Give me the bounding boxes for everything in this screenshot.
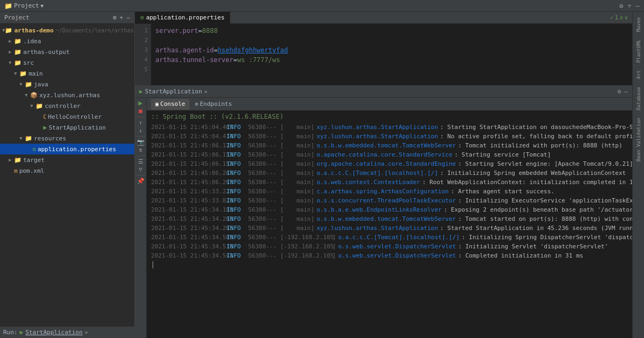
log-line-12: 2021-01-15 21:45:34.265 INFO 56380 --- [… bbox=[147, 224, 632, 233]
console-icon: ▣ bbox=[155, 101, 159, 107]
log-line-3: 2021-01-15 21:45:06.126 INFO 56380 --- [… bbox=[147, 141, 632, 150]
tree-item-package[interactable]: ▼ 📦 xyz.lushun.arthas bbox=[0, 90, 134, 100]
run-close-icon[interactable]: ✕ bbox=[85, 329, 88, 335]
start-app-icon: ▶ bbox=[43, 124, 47, 131]
log-line-4: 2021-01-15 21:45:06.152 INFO 56380 --- [… bbox=[147, 150, 632, 159]
sidebar: Project ⚙ ÷ — ▼ 📁 arthas-demo ~/Document… bbox=[0, 12, 135, 338]
maven-icon[interactable]: Maven bbox=[634, 14, 643, 35]
tree-item-start-application[interactable]: ▶ StartApplication bbox=[0, 122, 134, 133]
tree-item-java[interactable]: ▼ 📁 java bbox=[0, 79, 134, 90]
log-sep: --- [ bbox=[266, 123, 284, 132]
project-minimize-icon[interactable]: — bbox=[126, 14, 130, 21]
editor-text-area[interactable]: server.port=8888 arthas.agent-id=hsehdsf… bbox=[151, 24, 632, 85]
res-arrow: ▼ bbox=[19, 136, 25, 141]
tree-item-resources[interactable]: ▼ 📁 resources bbox=[0, 133, 134, 144]
console-tab-endpoints[interactable]: ⊕ Endpoints bbox=[190, 99, 236, 110]
java-arrow: ▼ bbox=[19, 82, 25, 87]
pin-btn[interactable]: 📌 bbox=[137, 178, 145, 184]
props-label: application.properties bbox=[38, 146, 117, 153]
line-num: 1 bbox=[615, 15, 618, 21]
run-section: ▶ StartApplication ✕ ⚙ — ▶ ■ ↑ bbox=[135, 86, 632, 338]
pkg-folder-icon: 📦 bbox=[30, 92, 38, 99]
console-body: ▶ ■ ↑ ↓ 📷 ⇅ ☰ ▽ 📌 bbox=[135, 98, 632, 338]
res-label: resources bbox=[34, 135, 66, 142]
log-pid: 56380 bbox=[248, 123, 266, 132]
filter-btn[interactable]: ▽ bbox=[139, 166, 142, 172]
top-bar: 📁 Project ▼ ⚙ ÷ — bbox=[0, 0, 644, 12]
tree-item-src[interactable]: ▼ 📁 src bbox=[0, 57, 134, 68]
tree-item-application-properties[interactable]: ⚙ application.properties bbox=[0, 144, 134, 154]
target-folder-icon: 📁 bbox=[14, 157, 22, 164]
root-path: ~/Documents/learn/arthas-demo bbox=[56, 28, 134, 33]
down-arrow[interactable]: ∨ bbox=[625, 15, 628, 21]
log-line-14: 2021-01-15 21:45:34.510 INFO 56380 --- [… bbox=[147, 242, 632, 251]
run-dash-icon[interactable]: — bbox=[624, 88, 628, 95]
project-gear-icon[interactable]: ⚙ bbox=[113, 14, 117, 21]
sort-btn[interactable]: ⇅ bbox=[139, 147, 142, 153]
output-folder-icon: 📁 bbox=[14, 49, 22, 56]
log-line-13: 2021-01-15 21:45:34.509 INFO 56380 --- [… bbox=[147, 233, 632, 242]
hello-ctrl-label: HelloController bbox=[48, 113, 101, 120]
tree-item-root[interactable]: ▼ 📁 arthas-demo ~/Documents/learn/arthas… bbox=[0, 25, 134, 36]
plantuml-icon[interactable]: PlantUML bbox=[634, 36, 643, 66]
tree-item-arthas-output[interactable]: ▶ 📁 arthas-output bbox=[0, 46, 134, 57]
run-label: Run: bbox=[3, 329, 18, 336]
endpoints-tab-label: Endpoints bbox=[200, 100, 232, 107]
file-tree: ▼ 📁 arthas-demo ~/Documents/learn/arthas… bbox=[0, 24, 134, 326]
console-tab-console[interactable]: ▣ Console bbox=[151, 99, 189, 110]
project-header-label: Project bbox=[4, 14, 29, 21]
run-section-right-icons: ⚙ — bbox=[618, 88, 628, 95]
pom-icon: m bbox=[14, 167, 18, 174]
output-label: arthas-output bbox=[23, 49, 70, 56]
tab-props-icon: ⚙ bbox=[140, 14, 144, 21]
log-level: INFO bbox=[227, 123, 248, 132]
layout-icon[interactable]: ÷ bbox=[628, 2, 632, 10]
scroll-down-btn[interactable]: ↓ bbox=[139, 127, 142, 133]
log-output: ▣ Console ⊕ Endpoints :: Spring Boot :: bbox=[147, 98, 632, 338]
run-section-app-name[interactable]: StartApplication bbox=[145, 88, 202, 95]
tree-item-hello-controller[interactable]: C HelloController bbox=[0, 111, 134, 122]
editor-tab-props[interactable]: ⚙ application.properties bbox=[135, 12, 230, 24]
stop-btn[interactable]: ■ bbox=[139, 108, 142, 114]
art-icon[interactable]: Art bbox=[634, 67, 643, 82]
log-line-6: 2021-01-15 21:45:06.267 INFO 56380 --- [… bbox=[147, 168, 632, 178]
editor-content: 1 2 3 4 5 server.port=8888 arthas.agent-… bbox=[135, 24, 632, 86]
run-app-name[interactable]: StartApplication bbox=[25, 329, 83, 336]
log-line-15: 2021-01-15 21:45:34.541 INFO 56380 --- [… bbox=[147, 251, 632, 260]
line-numbers: 1 2 3 4 5 bbox=[135, 24, 151, 85]
run-bar: Run: ▶ StartApplication ✕ bbox=[0, 326, 134, 338]
log-time: 2021-01-15 21:45:04.407 bbox=[151, 123, 227, 132]
scroll-up-btn[interactable]: ↑ bbox=[139, 120, 142, 126]
log-line-5: 2021-01-15 21:45:06.152 INFO 56380 --- [… bbox=[147, 159, 632, 168]
screenshot-btn[interactable]: 📷 bbox=[137, 139, 145, 145]
tree-item-main[interactable]: ▼ 📁 main bbox=[0, 68, 134, 79]
pkg-arrow: ▼ bbox=[25, 92, 30, 98]
root-folder-icon: 📁 bbox=[5, 27, 12, 34]
run-btn[interactable]: ▶ bbox=[139, 99, 143, 106]
up-arrow[interactable]: ∧ bbox=[620, 15, 623, 21]
run-gear-icon[interactable]: ⚙ bbox=[618, 88, 621, 95]
menu-btn[interactable]: ☰ bbox=[138, 159, 143, 165]
run-section-icon: ▶ bbox=[139, 88, 143, 95]
project-dropdown[interactable]: 📁 Project ▼ bbox=[4, 2, 44, 10]
bean-validation-icon[interactable]: Bean Validation bbox=[634, 114, 643, 165]
database-icon[interactable]: Database bbox=[634, 84, 643, 113]
idea-folder-icon: 📁 bbox=[14, 38, 22, 45]
log-bracket-close: ] bbox=[311, 123, 314, 132]
right-panel: ⚙ application.properties ✓ 1 ∧ ∨ 1 2 3 4… bbox=[135, 12, 632, 338]
tree-item-target[interactable]: ▶ 📁 target bbox=[0, 154, 134, 165]
tree-item-pom[interactable]: m pom.xml bbox=[0, 165, 134, 176]
project-layout-icon[interactable]: ÷ bbox=[120, 14, 124, 21]
ctrl-label: controller bbox=[45, 103, 80, 110]
tree-item-controller[interactable]: ▼ 📁 controller bbox=[0, 100, 134, 111]
log-line-1: 2021-01-15 21:45:04.407 INFO 56380 --- [… bbox=[147, 123, 632, 132]
minimize-icon[interactable]: — bbox=[636, 2, 640, 10]
run-section-close-icon[interactable]: ✕ bbox=[204, 89, 208, 94]
editor-line-2 bbox=[155, 36, 628, 45]
settings-icon[interactable]: ⚙ bbox=[619, 2, 623, 10]
log-line-2: 2021-01-15 21:45:04.414 INFO 56380 --- [… bbox=[147, 132, 632, 141]
app-window: 📁 Project ▼ ⚙ ÷ — Project ⚙ ÷ — bbox=[0, 0, 644, 338]
tree-item-idea[interactable]: ▶ 📁 .idea bbox=[0, 36, 134, 46]
tab-props-label: application.properties bbox=[146, 14, 225, 21]
main-label: main bbox=[29, 70, 43, 77]
